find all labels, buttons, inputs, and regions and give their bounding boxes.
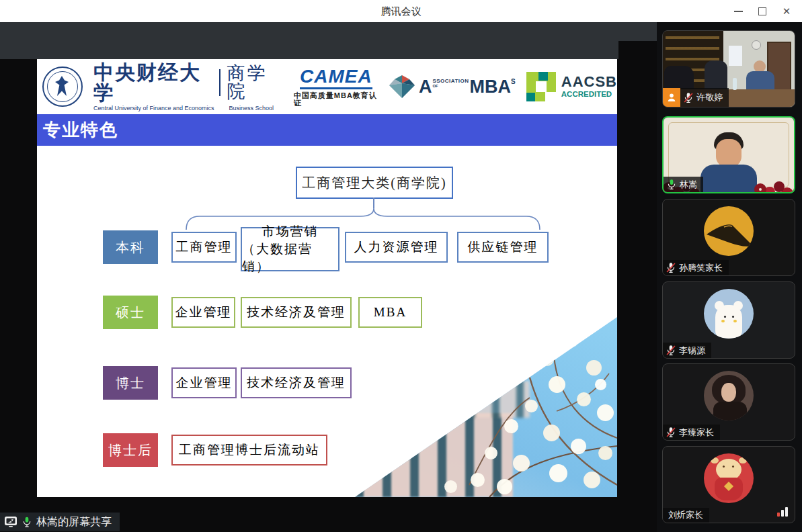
program-box: MBA [358, 297, 422, 328]
close-button[interactable]: ✕ [775, 0, 798, 22]
section-title: 专业特色 [37, 114, 617, 145]
mic-on-icon [666, 179, 677, 190]
program-box: 市场营销 （大数据营销） [241, 227, 339, 271]
program-label: MBA [374, 305, 407, 320]
mic-on-icon [22, 516, 32, 528]
program-label: 工商管理 [176, 238, 233, 256]
share-top-strip [0, 22, 618, 59]
slide-logo-header: 中央财经大学 商学院 Central University of Finance… [37, 59, 617, 114]
program-label: 企业管理 [176, 374, 233, 392]
maximize-button[interactable] [751, 0, 774, 22]
program-label: 市场营销 [262, 223, 319, 240]
ox-ear [739, 457, 747, 463]
ox-eye [732, 466, 734, 468]
minimize-icon [734, 11, 743, 12]
bear-cheek [733, 320, 737, 322]
magnolia-photo [355, 317, 617, 497]
aacsb-title: AACSB [561, 75, 617, 89]
amba-diamond-icon [389, 75, 415, 98]
ox-eye [723, 466, 725, 468]
level-label-master: 硕士 [103, 296, 158, 329]
screen-share-status: 林嵩的屏幕共享 [0, 513, 120, 531]
camea-caption: 中国高质量MBA教育认证 [294, 92, 378, 107]
presentation-slide: 中央财经大学 商学院 Central University of Finance… [37, 59, 617, 497]
presenter-label: 林嵩的屏幕共享 [36, 515, 112, 529]
mic-muted-icon [666, 262, 676, 273]
ox-ear [711, 457, 719, 463]
amba-s: S [511, 79, 516, 85]
program-box: 技术经济及管理 [241, 367, 352, 398]
participant-thumbnail[interactable]: 许敬婷 [662, 30, 795, 107]
share-top-strip-right [618, 22, 657, 41]
minimize-button[interactable] [727, 0, 750, 22]
participant-name: 孙腾笑家长 [679, 263, 723, 273]
program-box: 工商管理 [171, 232, 237, 263]
wall-clock [752, 40, 761, 50]
roses-right [759, 188, 762, 191]
screen-share-icon [4, 516, 17, 528]
avatar [704, 206, 754, 256]
aacsb-caption: ACCREDITED [561, 91, 617, 99]
participant-thumbnail[interactable]: 李锡源 [662, 281, 795, 359]
program-label: 供应链管理 [468, 238, 538, 256]
university-name-en: Central University of Finance and Econom… [93, 105, 214, 112]
school-name-en: Business School [229, 105, 274, 112]
section-banner: 专业特色 [37, 114, 617, 146]
program-label: （大数据营销） [242, 240, 338, 275]
program-box: 工商管理博士后流动站 [171, 435, 327, 466]
participant-thumbnail[interactable]: 孙腾笑家长 [662, 199, 795, 276]
diagram-brace [185, 207, 541, 231]
cufe-logo-block: 中央财经大学 商学院 Central University of Finance… [93, 62, 283, 112]
bear-eye [732, 316, 734, 318]
amba-of: OF [432, 84, 469, 88]
level-label-postdoc: 博士后 [103, 433, 158, 467]
participant-sidebar: 许敬婷 林嵩 [657, 22, 802, 532]
participant-name: 李臻家长 [679, 427, 714, 438]
amba-ssociation: SSOCIATION [432, 79, 469, 84]
meeting-window: 腾讯会议 ✕ 中央财经大学 商学院 Central University of … [0, 0, 802, 532]
avatar-face [721, 383, 736, 402]
program-box: 企业管理 [171, 297, 235, 328]
title-bar: 腾讯会议 ✕ [0, 0, 802, 22]
program-label: 技术经济及管理 [247, 374, 346, 392]
participant-name: 李锡源 [679, 345, 705, 356]
window-title: 腾讯会议 [0, 0, 802, 22]
school-name-cn: 商学院 [227, 64, 283, 101]
speaker-face [716, 139, 741, 167]
aacsb-pinwheel-icon [526, 72, 556, 101]
logo-divider [219, 69, 220, 96]
shared-screen-area: 中央财经大学 商学院 Central University of Finance… [0, 22, 657, 532]
avatar [704, 453, 754, 503]
bear-cheek [721, 320, 725, 322]
participant-name: 许敬婷 [696, 92, 723, 103]
participant-thumbnail[interactable]: 李臻家长 [662, 363, 795, 441]
flower-blossoms [355, 317, 356, 318]
program-box: 技术经济及管理 [241, 297, 352, 328]
program-label: 人力资源管理 [354, 238, 439, 256]
program-label: 技术经济及管理 [247, 304, 346, 321]
wall-notice [729, 46, 742, 66]
participant-name: 林嵩 [680, 179, 697, 190]
university-seal-logo [42, 66, 83, 107]
amba-mba: MBA [470, 78, 512, 96]
water-bottle [733, 78, 737, 90]
mic-muted-icon [666, 345, 676, 356]
branches [355, 317, 617, 497]
university-name-cn: 中央财经大学 [93, 62, 212, 103]
avatar [704, 289, 754, 339]
level-label-undergraduate: 本科 [103, 230, 158, 264]
camea-logo: CAMEA [300, 67, 372, 89]
network-signal-icon [777, 507, 788, 517]
avatar-body [713, 402, 747, 420]
program-box: 人力资源管理 [345, 232, 448, 263]
camea-logo-block: CAMEA 中国高质量MBA教育认证 [294, 67, 378, 107]
program-label: 企业管理 [175, 304, 232, 321]
aacsb-logo-block: AACSB ACCREDITED [526, 72, 617, 101]
participant-name: 刘炘家长 [668, 510, 703, 521]
mic-muted-icon [666, 427, 676, 438]
close-icon: ✕ [783, 6, 791, 16]
host-badge-icon [663, 88, 680, 107]
mic-muted-icon [683, 92, 694, 103]
participant-thumbnail-active[interactable]: 林嵩 [662, 116, 795, 193]
participant-thumbnail[interactable]: 刘炘家长 [662, 446, 795, 523]
